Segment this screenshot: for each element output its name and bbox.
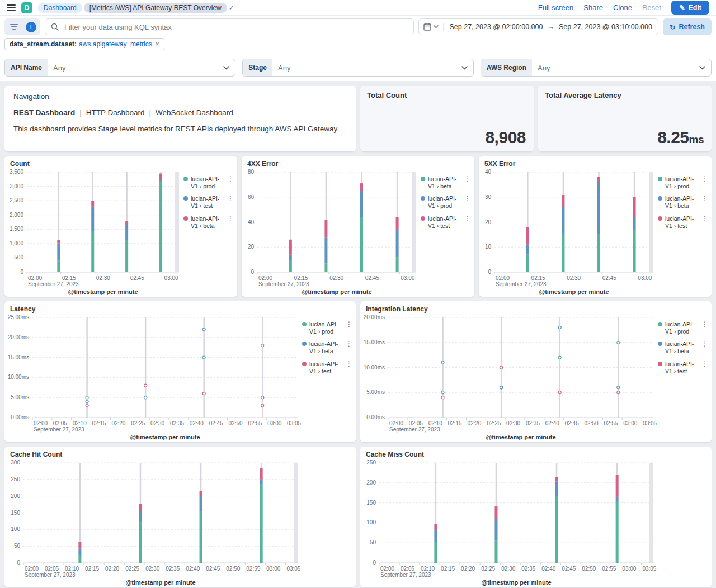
svg-text:02:15: 02:15 (92, 420, 106, 426)
chart-plot[interactable]: 0.00ms5.00ms10.00ms15.00ms20.00ms25.00ms… (4, 313, 302, 442)
svg-text:02:10: 02:10 (73, 420, 87, 426)
x-axis-date-label: September 27, 2023 (28, 281, 79, 287)
share-link[interactable]: Share (583, 3, 603, 12)
legend-menu-icon[interactable]: ⋮ (227, 215, 234, 222)
control-api-name[interactable]: API Name Any (4, 59, 235, 77)
panel-5xx-error-chart: 5XX Error 01020304002:0002:1502:3002:450… (479, 156, 712, 297)
chart-plot[interactable]: 05010015020025002:0002:0502:1002:1502:20… (360, 458, 712, 587)
filter-icon[interactable] (7, 20, 21, 34)
legend-menu-icon[interactable]: ⋮ (701, 215, 708, 222)
add-filter-button[interactable]: + (23, 20, 38, 34)
control-stage[interactable]: Stage Any (242, 59, 473, 77)
legend-label: lucian-API-V1 › test (665, 361, 699, 375)
kql-search-input[interactable] (63, 22, 408, 32)
svg-text:02:00: 02:00 (380, 566, 394, 572)
menu-icon[interactable] (7, 4, 16, 11)
refresh-button[interactable]: ↻ Refresh (663, 18, 712, 35)
filter-pill[interactable]: data_stream.dataset: aws.apigateway_metr… (4, 38, 164, 50)
date-range[interactable]: Sep 27, 2023 @ 02:00:00.000 → Sep 27, 20… (444, 23, 658, 31)
filter-pill-row: data_stream.dataset: aws.apigateway_metr… (0, 38, 716, 54)
chart-plot[interactable]: 0.00ms5.00ms10.00ms15.00ms20.00ms02:0002… (360, 313, 658, 442)
breadcrumb-dashboard[interactable]: Dashboard (38, 3, 82, 13)
link-http-dashboard[interactable]: HTTP Dashboard (86, 108, 145, 117)
svg-text:10.00ms: 10.00ms (8, 374, 29, 380)
bar-segment (597, 182, 600, 235)
legend-menu-icon[interactable]: ⋮ (464, 176, 471, 182)
data-point (202, 392, 205, 395)
chart-plot[interactable]: 02040608002:0002:1502:3002:4503:00Septem… (242, 168, 421, 297)
link-rest-dashboard[interactable]: REST Dashboard (13, 108, 75, 117)
data-point (86, 396, 88, 399)
legend-item[interactable]: lucian-API-V1 › test⋮ (302, 361, 352, 375)
control-value: Any (48, 59, 218, 76)
control-aws-region[interactable]: AWS Region Any (481, 59, 712, 77)
bar-segment (555, 497, 558, 563)
bar-segment (91, 207, 94, 231)
bar-segment (260, 485, 263, 563)
legend-item[interactable]: lucian-API-V1 › prod⋮ (302, 321, 352, 335)
legend-menu-icon[interactable]: ⋮ (701, 340, 708, 347)
chart-svg: 02040608002:0002:1502:3002:4503:00Septem… (242, 168, 421, 297)
svg-text:02:15: 02:15 (448, 420, 462, 426)
bar-segment (597, 235, 600, 272)
clone-link[interactable]: Clone (613, 3, 632, 12)
refresh-icon: ↻ (670, 23, 675, 31)
bar-segment (526, 255, 529, 272)
remove-filter-icon[interactable]: × (156, 40, 159, 48)
svg-text:02:20: 02:20 (111, 420, 125, 426)
control-value: Any (272, 59, 456, 76)
legend-menu-icon[interactable]: ⋮ (701, 176, 708, 182)
bar-segment (200, 511, 202, 563)
legend-item[interactable]: lucian-API-V1 › beta⋮ (658, 195, 708, 210)
edit-button[interactable]: ✎ Edit (671, 1, 709, 15)
chart-plot[interactable]: 05001,0001,5002,0002,5003,0003,50002:000… (4, 168, 183, 297)
legend-item[interactable]: lucian-API-V1 › prod⋮ (658, 176, 708, 190)
svg-text:02:50: 02:50 (582, 566, 596, 572)
dashboard-app-icon[interactable]: D (21, 2, 32, 13)
legend-menu-icon[interactable]: ⋮ (464, 195, 471, 202)
legend-item[interactable]: lucian-API-V1 › prod⋮ (658, 321, 708, 335)
svg-text:02:30: 02:30 (329, 275, 343, 281)
svg-text:02:40: 02:40 (541, 566, 555, 572)
link-websocket-dashboard[interactable]: WebSocket Dashboard (156, 108, 233, 117)
legend-menu-icon[interactable]: ⋮ (346, 321, 352, 328)
full-screen-link[interactable]: Full screen (538, 3, 574, 12)
legend-item[interactable]: lucian-API-V1 › prod⋮ (421, 195, 471, 210)
chart-plot[interactable]: 05010015020025030002:0002:0502:1002:1502… (4, 458, 356, 587)
bar-segment (360, 191, 363, 217)
legend-item[interactable]: lucian-API-V1 › test⋮ (658, 215, 708, 230)
svg-text:40: 40 (248, 219, 255, 225)
bar-segment (555, 477, 558, 482)
legend-menu-icon[interactable]: ⋮ (227, 195, 234, 202)
panel-total-count: Total Count 8,908 (360, 86, 534, 151)
legend-item[interactable]: lucian-API-V1 › beta⋮ (421, 176, 471, 190)
svg-text:0: 0 (373, 559, 376, 566)
legend-menu-icon[interactable]: ⋮ (227, 176, 234, 182)
legend-menu-icon[interactable]: ⋮ (464, 215, 471, 222)
legend-item[interactable]: lucian-API-V1 › beta⋮ (183, 215, 234, 230)
kql-search-box[interactable] (45, 18, 414, 35)
legend-item[interactable]: lucian-API-V1 › beta⋮ (658, 340, 708, 355)
legend-item[interactable]: lucian-API-V1 › prod⋮ (183, 176, 234, 190)
breadcrumb-page-title[interactable]: [Metrics AWS] API Gateway REST Overview (84, 3, 227, 13)
reset-link[interactable]: Reset (642, 3, 661, 12)
legend-menu-icon[interactable]: ⋮ (346, 340, 352, 347)
bar-segment (78, 556, 81, 563)
svg-text:5.00ms: 5.00ms (11, 394, 29, 400)
legend-item[interactable]: lucian-API-V1 › test⋮ (183, 195, 234, 210)
data-point (86, 404, 88, 407)
legend-menu-icon[interactable]: ⋮ (701, 361, 708, 367)
panel-cache-miss-count-chart: Cache Miss Count 05010015020025002:0002:… (360, 447, 712, 587)
legend-item[interactable]: lucian-API-V1 › test⋮ (658, 361, 708, 375)
legend-menu-icon[interactable]: ⋮ (701, 195, 708, 202)
date-from: Sep 27, 2023 @ 02:00:00.000 (449, 23, 543, 31)
dashboard-controls: API Name Any Stage Any AWS Region Any (0, 54, 716, 81)
legend-menu-icon[interactable]: ⋮ (346, 361, 352, 367)
legend-item[interactable]: lucian-API-V1 › beta⋮ (302, 340, 352, 355)
legend-menu-icon[interactable]: ⋮ (701, 321, 708, 328)
chart-plot[interactable]: 01020304002:0002:1502:3002:4503:00Septem… (479, 168, 658, 297)
svg-text:02:40: 02:40 (545, 420, 559, 426)
calendar-menu[interactable] (419, 23, 444, 31)
legend-item[interactable]: lucian-API-V1 › test⋮ (421, 215, 471, 230)
svg-text:0.00ms: 0.00ms (366, 414, 385, 420)
